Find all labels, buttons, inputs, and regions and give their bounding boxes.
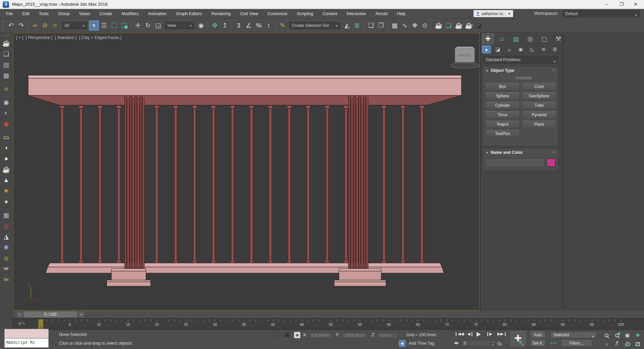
mini-curve-editor-icon[interactable]: ≣∿ xyxy=(18,321,26,326)
select-object-icon[interactable] xyxy=(89,20,99,31)
vray-light-icon[interactable]: ▭ xyxy=(1,132,11,142)
modify-tab[interactable]: ▱ xyxy=(496,33,508,44)
ribbon-toggle-icon[interactable]: ▦ xyxy=(390,20,400,31)
menu-help[interactable]: Help xyxy=(392,9,410,18)
vray-dome-light-icon[interactable]: ◖ xyxy=(1,143,11,153)
window-crossing-icon[interactable] xyxy=(119,20,129,31)
maxscript-listener-output[interactable] xyxy=(4,329,49,338)
current-frame-marker[interactable]: 0 xyxy=(38,319,43,329)
menu-group[interactable]: Group xyxy=(53,9,75,18)
object-color-swatch[interactable] xyxy=(547,159,555,167)
menu-tools[interactable]: Tools xyxy=(34,9,53,18)
user-account-menu[interactable]: adhamov ro... ▼ xyxy=(474,10,513,17)
key-mode-toggle-icon[interactable]: ◀▶ xyxy=(454,341,459,345)
zoom-icon[interactable] xyxy=(601,331,612,340)
primitive-button-teapot[interactable]: Teapot xyxy=(485,121,520,128)
x-coordinate-field[interactable]: 226,49mm xyxy=(309,332,332,338)
vray-fur-icon[interactable]: ✺ xyxy=(1,242,11,252)
primitive-button-geosphere[interactable]: GeoSphere xyxy=(522,92,556,100)
menu-views[interactable]: Views xyxy=(75,9,95,18)
selection-lock-icon[interactable] xyxy=(285,334,289,337)
select-by-name-icon[interactable]: ☰ xyxy=(99,20,109,31)
maxscript-mini-listener[interactable]: MAXScript Mi xyxy=(4,338,49,348)
rendered-frame-icon[interactable]: ❑ xyxy=(444,20,454,31)
scene-explorer-icon[interactable]: ❏ xyxy=(366,20,376,31)
mirror-icon[interactable]: ◭ xyxy=(342,20,352,31)
spacewarps-subtab[interactable]: ≋ xyxy=(539,45,548,53)
viewport-menu-general[interactable]: [ + ] xyxy=(16,35,23,40)
systems-subtab[interactable]: ⚙ xyxy=(550,45,559,53)
create-tab[interactable]: ✚ xyxy=(482,33,494,44)
menu-customize[interactable]: Customize xyxy=(263,9,292,18)
geometry-subtab[interactable]: ● xyxy=(482,45,491,53)
cameras-subtab[interactable]: ◉ xyxy=(516,45,525,53)
set-keys-button[interactable]: ✚ xyxy=(509,331,527,347)
vray-framebuffer-icon[interactable]: ❑ xyxy=(1,49,11,59)
time-slider[interactable]: 0 / 100 xyxy=(23,311,77,317)
previous-frame-button[interactable]: < xyxy=(17,311,22,317)
time-tag-icon[interactable]: ◈ xyxy=(399,340,406,347)
vray-physical-camera-icon[interactable]: ◉ xyxy=(1,119,11,129)
select-scale-icon[interactable]: ◲ xyxy=(153,20,163,31)
workspace-dropdown[interactable]: Default ▼ xyxy=(562,10,640,17)
go-to-start-button[interactable]: ❙◀◀ xyxy=(454,332,464,336)
motion-tab[interactable]: ◎ xyxy=(524,33,536,44)
name-color-header[interactable]: ▼Name and Color ⠿⠿ xyxy=(483,148,558,157)
light-lister-icon[interactable]: ☼ xyxy=(1,84,11,94)
time-configuration-icon[interactable]: ◷⚙ xyxy=(497,340,501,346)
view-cube[interactable]: FRONT xyxy=(450,47,479,68)
menu-rendering[interactable]: Rendering xyxy=(207,9,236,18)
isolate-selection-icon[interactable] xyxy=(273,333,278,338)
primitive-button-cylinder[interactable]: Cylinder xyxy=(485,102,520,110)
bind-spacewarp-icon[interactable]: ≈ xyxy=(50,20,60,31)
percent-snap-icon[interactable]: % xyxy=(254,20,264,31)
hierarchy-tab[interactable]: ▤ xyxy=(510,33,522,44)
vray-plane-icon[interactable]: ◮ xyxy=(1,231,11,242)
add-time-tag[interactable]: Add Time Tag xyxy=(409,341,434,346)
rect-selection-region-icon[interactable] xyxy=(109,20,119,31)
close-button[interactable]: ✕ xyxy=(629,0,643,9)
a360-gallery-icon[interactable]: ◪ xyxy=(474,20,484,31)
toolbar-drag-handle[interactable] xyxy=(3,20,5,31)
menu-edit[interactable]: Edit xyxy=(17,9,34,18)
angle-snap-icon[interactable]: ∠ xyxy=(244,20,254,31)
play-button[interactable]: ▶ xyxy=(477,331,481,338)
vray-options-icon[interactable]: ▤ xyxy=(1,59,11,70)
next-frame-button[interactable]: ❙▶ xyxy=(486,332,492,336)
viewport-menu-pov[interactable]: [ Perspective ] xyxy=(26,35,52,40)
snap-3d-icon[interactable]: 3 xyxy=(234,20,244,31)
track-bar-ruler[interactable]: ≣∿ 0510152025303540455055606570758085909… xyxy=(13,318,644,330)
create-selection-set-combo[interactable]: Create Selection Set▼ xyxy=(289,22,340,29)
absolute-offset-toggle[interactable]: ◈ xyxy=(294,332,300,338)
zoom-all-icon[interactable] xyxy=(612,331,622,340)
helpers-subtab[interactable]: ◺ xyxy=(528,45,537,53)
menu-file[interactable]: File xyxy=(1,9,17,18)
redo-icon[interactable]: ↷ xyxy=(16,20,26,31)
panel-scrollbar[interactable] xyxy=(562,34,564,308)
select-manipulate-icon[interactable]: ✜ xyxy=(210,20,220,31)
use-pivot-center-icon[interactable]: ◉ xyxy=(196,20,206,31)
vray-sun-icon[interactable]: ☀ xyxy=(1,186,11,196)
menu-animation[interactable]: Animation xyxy=(143,9,171,18)
primitive-button-torus[interactable]: Torus xyxy=(485,111,520,119)
primitive-button-tube[interactable]: Tube xyxy=(522,102,556,110)
menu-graph-editors[interactable]: Graph Editors xyxy=(171,9,207,18)
menu-content[interactable]: Content xyxy=(318,9,342,18)
camera-lister-icon[interactable]: ◉ xyxy=(1,97,11,107)
rollout-grip-icon[interactable]: ⠿⠿ xyxy=(551,67,556,75)
menu-scripting[interactable]: Scripting xyxy=(292,9,318,18)
rollout-grip-icon[interactable]: ⠿⠿ xyxy=(551,148,556,157)
next-frame-button[interactable]: > xyxy=(79,311,84,317)
orbit-icon[interactable] xyxy=(622,340,633,348)
viewport-menu-standard[interactable]: [ Standard ] xyxy=(55,35,77,40)
primitive-button-textplus[interactable]: TextPlus xyxy=(485,130,520,138)
ornatrix-icon[interactable]: Ox xyxy=(1,274,11,285)
menu-civil-view[interactable]: Civil View xyxy=(235,9,263,18)
spinner-snap-icon[interactable]: ↕ xyxy=(264,20,274,31)
lights-subtab[interactable]: ☼ xyxy=(505,45,514,53)
vray-negative-camera-icon[interactable]: ◐ xyxy=(1,108,11,118)
keyboard-override-icon[interactable]: ↥ xyxy=(220,20,230,31)
filters-button[interactable]: Filters... xyxy=(561,340,592,347)
z-coordinate-field[interactable]: 0,0mm xyxy=(378,332,398,338)
minimize-button[interactable]: – xyxy=(600,0,614,9)
